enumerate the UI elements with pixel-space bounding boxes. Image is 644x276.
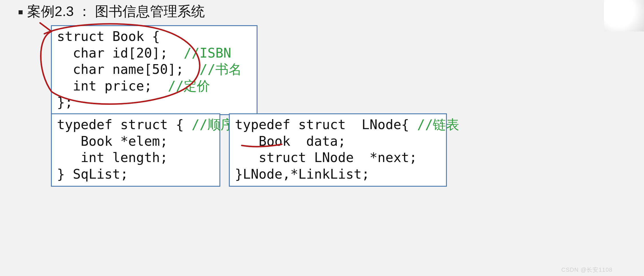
code-block-book: struct Book { char id[20]; //ISBN char n… [51, 25, 257, 115]
code-block-lnode: typedef struct LNode{ //链表 Book data; st… [229, 113, 447, 187]
code-line: Book *elem; [57, 133, 168, 149]
code-line: int length; [57, 150, 168, 165]
title-text: 案例2.3 ： 图书信息管理系统 [27, 2, 205, 21]
slide-page: 案例2.3 ： 图书信息管理系统 struct Book { char id[2… [0, 0, 644, 276]
code-line: typedef struct { [57, 117, 192, 132]
code-line: char id[20]; [57, 45, 184, 61]
code-line: int price; [57, 78, 168, 94]
watermark-text: CSDN @长安1108 [561, 266, 613, 274]
code-line: char name[50]; [57, 62, 200, 77]
code-line: } SqList; [57, 166, 128, 182]
code-comment: //定价 [168, 78, 210, 94]
code-comment: //书名 [200, 62, 242, 77]
code-comment: //ISBN [184, 45, 231, 61]
code-line: struct Book { [57, 29, 160, 44]
code-line: Book data; [235, 133, 346, 149]
code-line: struct LNode *next; [235, 150, 417, 165]
code-line: }LNode,*LinkList; [235, 166, 370, 182]
title-line: 案例2.3 ： 图书信息管理系统 [19, 2, 205, 21]
decorative-corner-image [604, 0, 644, 31]
code-line: }; [57, 94, 73, 110]
code-line: typedef struct LNode{ [235, 117, 417, 132]
code-comment: //链表 [417, 117, 459, 132]
bullet-square-icon [19, 10, 23, 14]
code-block-sqlist: typedef struct { //顺序表 Book *elem; int l… [51, 113, 220, 187]
